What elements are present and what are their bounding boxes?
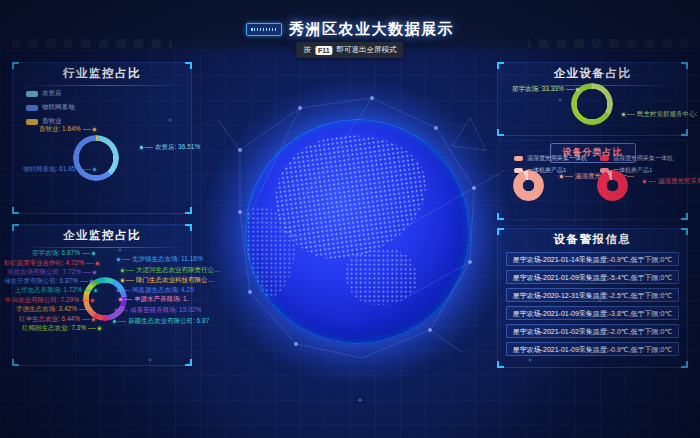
- header-decoration-left: [12, 39, 172, 48]
- callout-dot: [121, 269, 124, 272]
- callout-line: [118, 321, 126, 322]
- panel-industry-ratio: 行业监控占比 农资店物联网基地畜牧业 畜牧业: 1.64%农资店: 36.51%…: [12, 62, 192, 214]
- alarm-row[interactable]: 星宇农场-2021-01-02采集温度:-2.0℃,低于下限:0℃: [506, 324, 679, 338]
- callout-label: 隆门生态农业科技有限公…: [136, 276, 214, 284]
- logo-badge: [246, 23, 282, 36]
- alarm-list: 星宇农场-2021-01-14采集温度:-0.9℃,低于下限:0℃星宇农场-20…: [506, 252, 679, 356]
- callout-dot: [117, 258, 120, 261]
- callout-dot: [119, 298, 122, 301]
- panel-enterprise-monitor-ratio: 企业监控占比 星宇农场: 6.87%彩虹蔬菜专业合作社: 4.72%家庭农场有限…: [12, 224, 192, 366]
- alarm-row[interactable]: 星宇农场-2021-01-09采集温度:-3.8℃,低于下限:0℃: [506, 306, 679, 320]
- header-decoration-right: [528, 39, 688, 48]
- callout-dot: [121, 279, 124, 282]
- callout-line: [122, 259, 130, 260]
- chart-callout: 畜牧业: 1.64%: [39, 125, 96, 133]
- alarm-row[interactable]: 星宇农场-2020-12-31采集温度:-2.5℃,低于下限:0℃: [506, 288, 679, 302]
- dashboard: 秀洲区农业大数据展示 按 F11 即可退出全屏模式: [0, 0, 700, 438]
- callout-line: [124, 299, 132, 300]
- chart-callout: 丰源水产养殖场: 1.: [119, 295, 189, 303]
- continent-dots: [267, 125, 434, 267]
- chart-callout: 农资店: 36.51%: [140, 143, 200, 151]
- callout-dot: [140, 146, 143, 149]
- alarm-row[interactable]: 星宇农场-2021-01-09采集温度:-5.4℃,低于下限:0℃: [506, 270, 679, 284]
- callout-dot: [576, 88, 579, 91]
- callout-line: [126, 280, 134, 281]
- chart-callout: 民主村党群服务中心:: [622, 110, 697, 118]
- callout-line: [122, 290, 130, 291]
- alarm-row[interactable]: 星宇农场-2021-01-09采集温度:-0.9℃,低于下限:0℃: [506, 342, 679, 356]
- enterprise-callouts-right: 北汐镇生态农场: 11.16%大运河生态农业有限责任公…隆门生态农业科技有限公……: [13, 225, 191, 365]
- callout-dot: [113, 320, 116, 323]
- panel-title: 设备警报信息: [498, 232, 687, 252]
- callout-label: 丰源水产养殖场: 1.: [134, 295, 189, 303]
- chart-callout: 隆门生态农业科技有限公…: [121, 276, 214, 284]
- tooltip-prefix: 按: [303, 45, 311, 55]
- callout-label: 温湿度光照采集一—: [658, 177, 700, 185]
- callout-label: 星宇农场: 33.33%: [512, 85, 564, 93]
- f11-key: F11: [315, 46, 333, 55]
- callout-line: [648, 181, 656, 182]
- callout-label: 民主村党群服务中心:: [637, 110, 697, 118]
- chart-callout: 鸿嘉源生态农场: 4.29: [117, 286, 194, 294]
- globe: [245, 119, 470, 344]
- chart-callout: 大运河生态农业有限责任公…: [121, 266, 221, 274]
- callout-label: 大运河生态农业有限责任公…: [136, 266, 221, 274]
- category-callouts-right: 温湿度光照采集一—: [498, 141, 687, 219]
- callout-line: [83, 129, 91, 130]
- callout-label: 鸿嘉源生态农场: 4.29: [132, 286, 194, 294]
- callout-label: 北汐镇生态农场: 11.16%: [132, 255, 203, 263]
- callout-line: [83, 169, 91, 170]
- callout-dot: [117, 289, 120, 292]
- callout-label: 农资店: 36.51%: [155, 143, 200, 151]
- equipment-callouts: 星宇农场: 33.33%民主村党群服务中心:: [498, 63, 687, 135]
- chart-callout: 新颖生态农业有限公司: 6.87: [113, 317, 209, 325]
- alarm-row[interactable]: 星宇农场-2021-01-14采集温度:-0.9℃,低于下限:0℃: [506, 252, 679, 266]
- chart-callout: 物联网基地: 61.85%: [23, 165, 96, 173]
- chart-callout: 温湿度光照采集一—: [643, 177, 700, 185]
- callout-dot: [622, 113, 625, 116]
- callout-label: 新颖生态农业有限公司: 6.87: [128, 317, 209, 325]
- tooltip-suffix: 即可退出全屏模式: [337, 45, 397, 55]
- callout-label: 成泰苗猪养殖场: 15.02%: [130, 306, 201, 314]
- panel-device-category-ratio: 设备分类占比 温湿度光照采集一体机一体机类产品1 温湿度光照采集一— 温湿度光照…: [497, 140, 688, 220]
- callout-line: [120, 310, 128, 311]
- chart-callout: 北汐镇生态农场: 11.16%: [117, 255, 203, 263]
- panel-equipment-ratio: 企业设备占比 星宇农场: 33.33%民主村党群服务中心:: [497, 62, 688, 136]
- callout-label: 畜牧业: 1.64%: [39, 125, 81, 133]
- panel-device-alarms: 设备警报信息 星宇农场-2021-01-14采集温度:-0.9℃,低于下限:0℃…: [497, 228, 688, 368]
- chart-callout: 星宇农场: 33.33%: [512, 85, 579, 93]
- fullscreen-tooltip: 按 F11 即可退出全屏模式: [296, 42, 403, 58]
- callout-dot: [115, 309, 118, 312]
- callout-line: [145, 147, 153, 148]
- page-title: 秀洲区农业大数据展示: [289, 20, 454, 39]
- callout-line: [566, 89, 574, 90]
- industry-callouts: 畜牧业: 1.64%农资店: 36.51%物联网基地: 61.85%: [13, 63, 191, 213]
- callout-dot: [93, 128, 96, 131]
- callout-line: [126, 270, 134, 271]
- callout-dot: [643, 180, 646, 183]
- continent-dots: [345, 249, 417, 305]
- callout-dot: [93, 168, 96, 171]
- chart-callout: 成泰苗猪养殖场: 15.02%: [115, 306, 201, 314]
- callout-line: [627, 114, 635, 115]
- callout-label: 物联网基地: 61.85%: [23, 165, 81, 173]
